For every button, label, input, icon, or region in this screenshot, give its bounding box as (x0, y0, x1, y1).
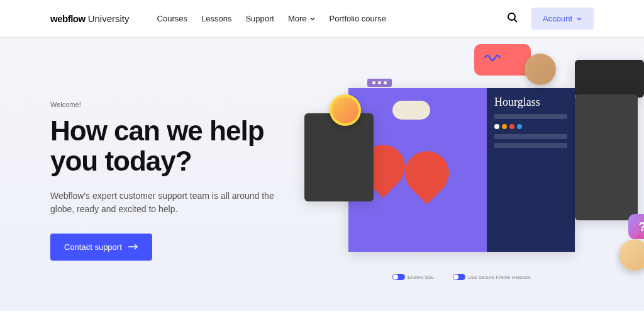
settings-panel-top (575, 60, 644, 98)
hero-illustration: Hourglass ? Enable SSL Use Secure Frame … (317, 63, 619, 264)
arrow-right-icon (128, 244, 138, 250)
search-icon[interactable] (506, 11, 519, 26)
window-dots (367, 79, 392, 87)
nav-support[interactable]: Support (245, 14, 274, 23)
account-label: Account (543, 14, 572, 23)
nav-lessons[interactable]: Lessons (201, 14, 231, 23)
logo-suffix: University (88, 13, 130, 24)
nav-courses[interactable]: Courses (157, 14, 187, 23)
hero-description: Webflow's expert customer support team i… (50, 189, 279, 216)
account-button[interactable]: Account (531, 8, 594, 30)
squiggle-icon (484, 52, 502, 61)
style-panel (575, 94, 638, 220)
svg-point-0 (508, 13, 515, 20)
chevron-down-icon (309, 16, 316, 22)
hero-eyebrow: Welcome! (50, 101, 279, 108)
toggle-row: Enable SSL Use Secure Frame Headers (392, 274, 531, 280)
avatar-1 (330, 94, 361, 126)
logo-brand: webflow (50, 13, 86, 24)
contact-support-button[interactable]: Contact support (50, 234, 152, 261)
avatar-3 (619, 239, 644, 271)
speech-bubble-red (474, 44, 531, 76)
nav-more-label: More (288, 14, 307, 23)
avatar-2 (525, 54, 556, 85)
svg-line-1 (514, 20, 517, 22)
side-content-panel: Hourglass (487, 88, 575, 252)
chevron-down-icon (576, 16, 582, 22)
nav-more[interactable]: More (288, 14, 316, 23)
logo[interactable]: webflow University (50, 13, 130, 24)
interactions-panel (304, 113, 374, 201)
cta-label: Contact support (64, 242, 122, 252)
speech-bubble-question: ? (628, 214, 644, 239)
hero-title: How can we help you today? (50, 116, 279, 177)
mockup-title: Hourglass (494, 96, 567, 109)
designer-main-panel: Hourglass (348, 88, 575, 252)
nav-portfolio[interactable]: Portfolio course (330, 14, 386, 23)
